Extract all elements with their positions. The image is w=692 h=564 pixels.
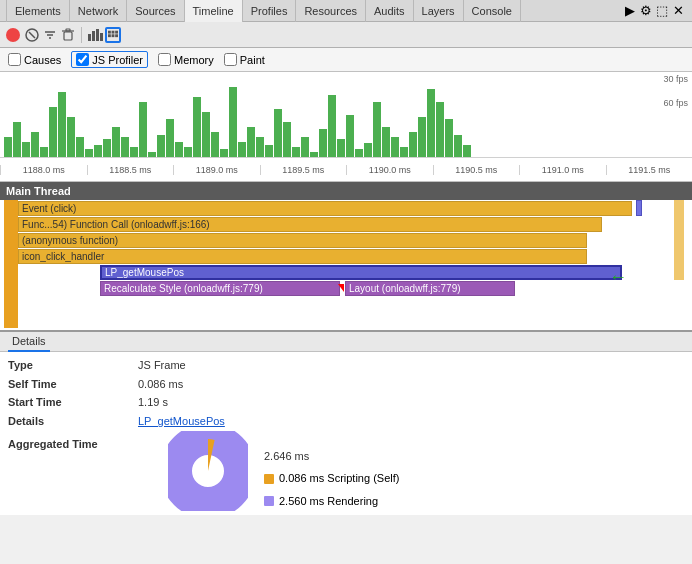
flame-block-handler[interactable]: icon_click_handler [18, 249, 587, 264]
tab-timeline[interactable]: Timeline [185, 0, 243, 22]
bar [454, 135, 462, 157]
bar [409, 132, 417, 157]
tab-resources[interactable]: Resources [296, 0, 366, 22]
tab-layers[interactable]: Layers [414, 0, 464, 22]
svg-rect-15 [108, 34, 111, 37]
flame-block-func-call[interactable]: Func...54) Function Call (onloadwff.js:1… [18, 217, 602, 232]
options-bar: Causes JS Profiler Memory Paint [0, 48, 692, 72]
bar [283, 122, 291, 157]
ruler-tick-3: 1189.5 ms [260, 165, 347, 175]
ruler-tick-7: 1191.5 ms [606, 165, 693, 175]
details-link-row: Details LP_getMousePos [8, 412, 684, 431]
tab-audits[interactable]: Audits [366, 0, 414, 22]
bar [400, 147, 408, 157]
causes-checkbox[interactable] [8, 53, 21, 66]
scripting-legend: 0.086 ms Scripting (Self) [264, 469, 399, 488]
trash-button[interactable] [60, 27, 76, 43]
svg-rect-5 [64, 32, 72, 40]
start-time-label: Start Time [8, 393, 138, 412]
bar [49, 107, 57, 157]
tab-sources[interactable]: Sources [127, 0, 184, 22]
settings-icon[interactable]: ⚙ [638, 3, 654, 19]
flame-label: Func...54) Function Call (onloadwff.js:1… [22, 219, 210, 230]
flame-block-lp-get-mouse[interactable]: LP_getMousePos [100, 265, 622, 280]
start-time-row: Start Time 1.19 s [8, 393, 684, 412]
paint-checkbox[interactable] [224, 53, 237, 66]
bar [157, 135, 165, 157]
bar [211, 132, 219, 157]
memory-option[interactable]: Memory [158, 53, 214, 66]
main-thread-header: Main Thread [0, 182, 692, 200]
tab-network[interactable]: Network [70, 0, 127, 22]
bar [436, 102, 444, 157]
grid-button[interactable] [105, 27, 121, 43]
bar-chart-button[interactable] [87, 27, 103, 43]
svg-rect-7 [66, 29, 70, 31]
clear-button[interactable] [24, 27, 40, 43]
close-icon[interactable]: ✕ [670, 3, 686, 19]
self-time-row: Self Time 0.086 ms [8, 375, 684, 394]
flame-row-3: icon_click_handler [0, 248, 692, 264]
flame-label: (anonymous function) [22, 235, 118, 246]
bar [373, 102, 381, 157]
flame-block-anon[interactable]: (anonymous function) [18, 233, 587, 248]
causes-option[interactable]: Causes [8, 53, 61, 66]
bar [337, 139, 345, 157]
ruler-tick-5: 1190.5 ms [433, 165, 520, 175]
self-time-label: Self Time [8, 375, 138, 394]
bar [382, 127, 390, 157]
ruler-tick-4: 1190.0 ms [346, 165, 433, 175]
svg-rect-17 [115, 34, 118, 37]
svg-rect-8 [88, 34, 91, 41]
type-value: JS Frame [138, 356, 186, 375]
bar [220, 149, 228, 157]
bar [346, 115, 354, 157]
right-bars [674, 200, 684, 280]
tab-profiles[interactable]: Profiles [243, 0, 297, 22]
bar [292, 147, 300, 157]
aggregated-content: 2.646 ms 0.086 ms Scripting (Self) 2.560… [138, 431, 399, 511]
paint-label: Paint [240, 54, 265, 66]
details-tab[interactable]: Details [8, 332, 50, 352]
bar [265, 145, 273, 157]
flame-block-recalc[interactable]: Recalculate Style (onloadwff.js:779) [100, 281, 340, 296]
paint-option[interactable]: Paint [224, 53, 265, 66]
bar [184, 147, 192, 157]
filter-button[interactable] [42, 27, 58, 43]
flame-label: Recalculate Style (onloadwff.js:779) [104, 283, 263, 294]
flame-label: Layout (onloadwff.js:779) [349, 283, 461, 294]
bar [445, 119, 453, 157]
bar [328, 95, 336, 157]
dock-icon[interactable]: ⬚ [654, 3, 670, 19]
execute-icon[interactable]: ▶ [622, 3, 638, 19]
svg-rect-13 [112, 30, 115, 33]
flame-block-event-click[interactable]: Event (click) [18, 201, 632, 216]
scripting-label: 0.086 ms Scripting (Self) [279, 469, 399, 488]
flame-block-layout[interactable]: Layout (onloadwff.js:779) [345, 281, 515, 296]
bar [112, 127, 120, 157]
svg-rect-9 [92, 31, 95, 41]
aggregated-total: 2.646 ms [264, 447, 399, 466]
bar [238, 142, 246, 157]
flame-row-2: (anonymous function) [0, 232, 692, 248]
bar [121, 137, 129, 157]
details-link[interactable]: LP_getMousePos [138, 412, 225, 431]
bar [166, 119, 174, 157]
record-button[interactable] [6, 28, 20, 42]
memory-checkbox[interactable] [158, 53, 171, 66]
aggregated-label: Aggregated Time [8, 431, 138, 454]
timeline-ruler: 1188.0 ms 1188.5 ms 1189.0 ms 1189.5 ms … [0, 157, 692, 181]
rendering-dot [264, 496, 274, 506]
js-profiler-option[interactable]: JS Profiler [71, 51, 148, 68]
details-row-label: Details [8, 412, 138, 431]
js-profiler-checkbox[interactable] [76, 53, 89, 66]
bar [418, 117, 426, 157]
tab-console[interactable]: Console [464, 0, 521, 22]
details-table: Type JS Frame Self Time 0.086 ms Start T… [0, 352, 692, 515]
fps-30-label: 30 fps [663, 74, 688, 84]
flame-row-0: Event (click) [0, 200, 692, 216]
tab-elements[interactable]: Elements [6, 0, 70, 22]
flame-chart[interactable]: Event (click) Func...54) Function Call (… [0, 200, 692, 330]
flame-label: LP_getMousePos [105, 267, 184, 278]
flame-row-4: LP_getMousePos ← [0, 264, 692, 280]
